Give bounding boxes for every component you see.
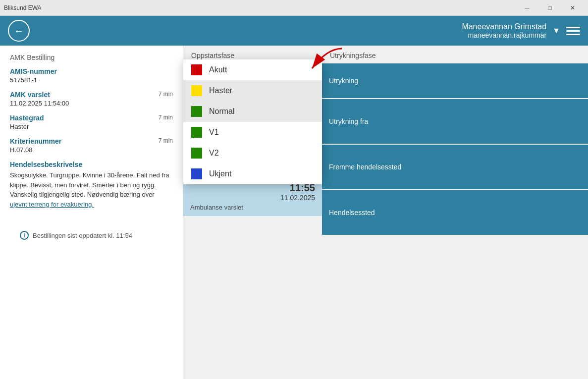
section-title: AMK Bestilling bbox=[10, 54, 173, 61]
amis-label: AMIS-nummer bbox=[10, 67, 173, 75]
info-icon: i bbox=[20, 231, 29, 240]
hendelsesbeskrivelse-text1: Skogsulykke. Turgruppe. Kvinne i 30-åren… bbox=[10, 171, 169, 198]
hendelsesbeskrivelse-text: Skogsulykke. Turgruppe. Kvinne i 30-åren… bbox=[10, 170, 173, 209]
ambulanse-varslet-label: Ambulanse varslet bbox=[190, 204, 315, 211]
haster-label: Haster bbox=[209, 86, 232, 95]
fremme-hendelsessted-label: Fremme hendelsessted bbox=[329, 163, 401, 171]
amk-varslet-label: AMK varslet bbox=[10, 91, 50, 99]
hendelsessted-label: Hendelsessted bbox=[329, 209, 375, 217]
hendelsessted-card[interactable]: Hendelsessted bbox=[322, 190, 588, 235]
back-button[interactable]: ← bbox=[8, 20, 30, 42]
v1-color-swatch bbox=[191, 127, 202, 138]
left-panel: AMK Bestilling AMIS-nummer 517581-1 AMK … bbox=[0, 46, 183, 379]
dropdown-item-haster[interactable]: Haster bbox=[183, 80, 322, 101]
right-panel: Utrykningsfase Utrykning Utrykning fra F… bbox=[322, 46, 588, 379]
hendelsesbeskrivelse-link[interactable]: ujevnt terreng for evakuering. bbox=[10, 201, 94, 208]
titlebar: Bliksund EWA ─ □ ✕ bbox=[0, 0, 588, 16]
amk-varslet-value: 11.02.2025 11:54:00 bbox=[10, 100, 173, 107]
ukjent-color-swatch bbox=[191, 168, 202, 179]
v2-label: V2 bbox=[209, 149, 219, 158]
dropdown-item-v2[interactable]: V2 bbox=[183, 143, 322, 163]
utrykning-label: Utrykning bbox=[329, 77, 358, 85]
dropdown-item-normal[interactable]: Normal bbox=[183, 101, 322, 122]
v2-color-swatch bbox=[191, 148, 202, 159]
amis-field: AMIS-nummer 517581-1 bbox=[10, 67, 173, 84]
ukjent-label: Ukjent bbox=[209, 169, 231, 178]
user-area: Maneevannan Grimstad maneevannan.rajkumm… bbox=[462, 22, 580, 39]
amk-varslet-time: 7 min bbox=[159, 91, 173, 98]
dropdown-item-v1[interactable]: V1 bbox=[183, 122, 322, 143]
hastegrad-row: Hastegrad 7 min bbox=[10, 114, 173, 122]
hendelsesbeskrivelse-field: Hendelsesbeskrivelse Skogsulykke. Turgru… bbox=[10, 161, 173, 209]
user-dropdown-icon[interactable]: ▼ bbox=[552, 26, 560, 35]
hamburger-menu-icon[interactable] bbox=[566, 27, 580, 35]
v1-label: V1 bbox=[209, 128, 219, 137]
amk-varslet-row: AMK varslet 7 min bbox=[10, 91, 173, 99]
kriterienummer-row: Kriterienummer 7 min bbox=[10, 137, 173, 145]
close-button[interactable]: ✕ bbox=[561, 0, 584, 16]
user-name: Maneevannan Grimstad bbox=[462, 22, 546, 31]
utrykning-fra-label: Utrykning fra bbox=[329, 117, 368, 125]
hendelsesbeskrivelse-label: Hendelsesbeskrivelse bbox=[10, 161, 173, 168]
kriterienummer-value: H.07.08 bbox=[10, 146, 173, 154]
dropdown-item-akutt[interactable]: Akutt bbox=[183, 59, 322, 80]
window-controls: ─ □ ✕ bbox=[516, 0, 584, 16]
akutt-label: Akutt bbox=[209, 65, 227, 74]
utrykning-card[interactable]: Utrykning bbox=[322, 63, 588, 98]
minimize-button[interactable]: ─ bbox=[516, 0, 538, 16]
maximize-button[interactable]: □ bbox=[538, 0, 561, 16]
amis-value: 517581-1 bbox=[10, 76, 173, 84]
user-login: maneevannan.rajkummar bbox=[462, 31, 546, 39]
header: ← Maneevannan Grimstad maneevannan.rajku… bbox=[0, 16, 588, 46]
kriterienummer-field: Kriterienummer 7 min H.07.08 bbox=[10, 137, 173, 154]
hastegrad-value: Haster bbox=[10, 123, 173, 130]
hastegrad-dropdown: Akutt Haster Normal V1 V2 Ukjent bbox=[183, 59, 322, 184]
haster-color-swatch bbox=[191, 85, 202, 96]
status-bar: i Bestillingen sist oppdatert kl. 11:54 bbox=[20, 231, 132, 240]
utrykning-fra-card[interactable]: Utrykning fra bbox=[322, 99, 588, 144]
user-info: Maneevannan Grimstad maneevannan.rajkumm… bbox=[462, 22, 546, 39]
dropdown-item-ukjent[interactable]: Ukjent bbox=[183, 163, 322, 184]
utrykningsfase-title: Utrykningsfase bbox=[322, 46, 588, 63]
amk-varslet-field: AMK varslet 7 min 11.02.2025 11:54:00 bbox=[10, 91, 173, 107]
normal-label: Normal bbox=[209, 107, 235, 116]
hastegrad-time: 7 min bbox=[159, 114, 173, 121]
app-title: Bliksund EWA bbox=[4, 4, 42, 11]
akutt-color-swatch bbox=[191, 64, 202, 75]
fremme-hendelsessted-card[interactable]: Fremme hendelsessted bbox=[322, 145, 588, 189]
hastegrad-field: Hastegrad 7 min Haster bbox=[10, 114, 173, 130]
kriterienummer-time: 7 min bbox=[159, 137, 173, 144]
status-text: Bestillingen sist oppdatert kl. 11:54 bbox=[33, 232, 132, 239]
ambulanse-date: 11.02.2025 bbox=[280, 194, 315, 202]
hastegrad-label: Hastegrad bbox=[10, 114, 44, 122]
kriterienummer-label: Kriterienummer bbox=[10, 137, 61, 145]
normal-color-swatch bbox=[191, 106, 202, 117]
